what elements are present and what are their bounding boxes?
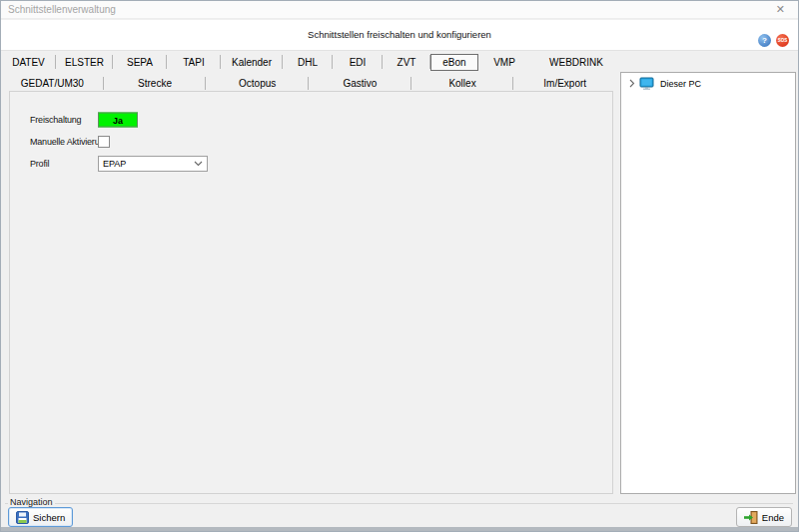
profil-select[interactable]: EPAP <box>98 156 208 172</box>
footer: Navigation Sichern <box>1 494 798 529</box>
manuelle-aktivierung-checkbox[interactable] <box>98 136 110 148</box>
tab-zvt[interactable]: ZVT <box>383 51 430 73</box>
tab-edi[interactable]: EDI <box>333 51 383 73</box>
chevron-down-icon <box>194 161 203 167</box>
tab-webdrink[interactable]: WEBDRINK <box>530 51 622 73</box>
tab-elster[interactable]: ELSTER <box>56 51 113 73</box>
profil-row: Profil EPAP <box>10 153 612 175</box>
titlebar: Schnittstellenverwaltung ✕ <box>1 1 798 19</box>
tree-item-label: Dieser PC <box>658 79 701 89</box>
tab-ebon[interactable]: eBon <box>430 54 478 71</box>
navigation-tree: Dieser PC <box>620 72 796 494</box>
tab-dhl[interactable]: DHL <box>283 51 333 73</box>
sos-icon[interactable]: SOS <box>776 34 789 47</box>
header-icons: ? SOS <box>758 34 789 47</box>
sichern-button[interactable]: Sichern <box>8 507 73 527</box>
profil-label: Profil <box>30 159 49 169</box>
window-bottom-edge <box>1 527 798 531</box>
tab-datev[interactable]: DATEV <box>1 51 56 73</box>
tab-vmp[interactable]: VMP <box>478 51 530 73</box>
freischaltung-status-badge: Ja <box>98 113 138 128</box>
settings-panel: Freischaltung Ja Manuelle Aktivierung Pr… <box>9 91 613 494</box>
ende-button-label: Ende <box>762 512 784 523</box>
window-title: Schnittstellenverwaltung <box>8 4 116 15</box>
page-title: Schnittstellen freischalten und konfigur… <box>1 29 798 40</box>
freischaltung-label: Freischaltung <box>30 115 81 125</box>
ende-button[interactable]: Ende <box>736 507 792 527</box>
tab-tapi[interactable]: TAPI <box>167 51 221 73</box>
save-floppy-icon <box>16 511 29 524</box>
navigation-group-label: Navigation <box>8 497 55 507</box>
schnittstellenverwaltung-window: Schnittstellenverwaltung ✕ Schnittstelle… <box>0 0 799 532</box>
tree-item-dieser-pc[interactable]: Dieser PC <box>621 73 795 90</box>
header: Schnittstellen freischalten und konfigur… <box>1 20 798 50</box>
freischaltung-row: Freischaltung Ja <box>10 109 612 131</box>
computer-icon <box>639 77 654 90</box>
tab-kalender[interactable]: Kalender <box>221 51 283 73</box>
chevron-right-icon[interactable] <box>629 79 635 88</box>
profil-selected-value: EPAP <box>103 159 126 169</box>
navigation-group-border <box>5 503 793 504</box>
close-icon[interactable]: ✕ <box>776 4 791 15</box>
tab-sepa[interactable]: SEPA <box>113 51 167 73</box>
exit-door-icon <box>744 511 758 524</box>
help-icon[interactable]: ? <box>758 34 771 47</box>
tab-row-1: DATEV ELSTER SEPA TAPI Kalender DHL EDI … <box>1 51 798 73</box>
manuelle-aktivierung-row: Manuelle Aktivierung <box>10 131 612 153</box>
sichern-button-label: Sichern <box>33 512 65 523</box>
